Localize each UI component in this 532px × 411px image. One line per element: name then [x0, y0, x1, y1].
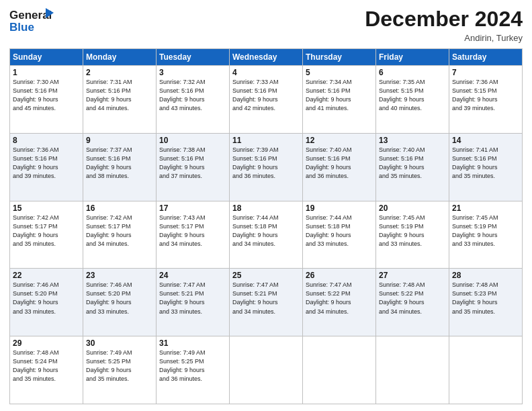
day-info: Sunrise: 7:33 AMSunset: 5:16 PMDaylight:…: [232, 78, 300, 113]
table-row: 18Sunrise: 7:44 AMSunset: 5:18 PMDayligh…: [230, 201, 303, 269]
day-info: Sunrise: 7:48 AMSunset: 5:23 PMDaylight:…: [452, 281, 519, 316]
day-number: 21: [452, 203, 519, 213]
calendar-row: 15Sunrise: 7:42 AMSunset: 5:17 PMDayligh…: [10, 201, 523, 269]
day-number: 2: [86, 68, 153, 77]
day-info: Sunrise: 7:48 AMSunset: 5:22 PMDaylight:…: [379, 281, 446, 316]
day-info: Sunrise: 7:36 AMSunset: 5:16 PMDaylight:…: [13, 146, 80, 181]
day-info: Sunrise: 7:37 AMSunset: 5:16 PMDaylight:…: [86, 146, 153, 181]
table-row: 30Sunrise: 7:49 AMSunset: 5:25 PMDayligh…: [83, 336, 157, 404]
day-number: 25: [232, 271, 300, 280]
day-info: Sunrise: 7:34 AMSunset: 5:16 PMDaylight:…: [306, 78, 373, 113]
table-row: 24Sunrise: 7:47 AMSunset: 5:21 PMDayligh…: [157, 269, 230, 336]
table-row: 26Sunrise: 7:47 AMSunset: 5:22 PMDayligh…: [303, 269, 376, 336]
table-row: 31Sunrise: 7:49 AMSunset: 5:25 PMDayligh…: [157, 336, 230, 404]
day-info: Sunrise: 7:36 AMSunset: 5:15 PMDaylight:…: [452, 78, 519, 113]
day-info: Sunrise: 7:46 AMSunset: 5:20 PMDaylight:…: [13, 281, 80, 316]
day-info: Sunrise: 7:44 AMSunset: 5:18 PMDaylight:…: [306, 214, 373, 248]
day-number: 6: [379, 68, 446, 77]
day-info: Sunrise: 7:45 AMSunset: 5:19 PMDaylight:…: [452, 214, 519, 248]
day-number: 12: [306, 136, 373, 145]
table-row: 17Sunrise: 7:43 AMSunset: 5:17 PMDayligh…: [157, 201, 230, 269]
col-monday: Monday: [83, 49, 157, 66]
calendar-row: 8Sunrise: 7:36 AMSunset: 5:16 PMDaylight…: [10, 133, 523, 201]
day-number: 11: [232, 136, 300, 145]
logo: GeneralBlue: [9, 7, 70, 36]
table-row: [376, 336, 449, 404]
day-number: 1: [13, 68, 80, 77]
day-number: 26: [306, 271, 373, 280]
day-number: 4: [232, 68, 300, 77]
table-row: 20Sunrise: 7:45 AMSunset: 5:19 PMDayligh…: [376, 201, 449, 269]
day-info: Sunrise: 7:44 AMSunset: 5:18 PMDaylight:…: [232, 214, 300, 248]
table-row: 3Sunrise: 7:32 AMSunset: 5:16 PMDaylight…: [157, 66, 230, 134]
title-area: December 2024 Andirin, Turkey: [365, 7, 523, 43]
day-number: 14: [452, 136, 519, 145]
day-info: Sunrise: 7:46 AMSunset: 5:20 PMDaylight:…: [86, 281, 153, 316]
logo-svg: GeneralBlue: [9, 7, 70, 36]
day-info: Sunrise: 7:42 AMSunset: 5:17 PMDaylight:…: [86, 214, 153, 248]
table-row: 25Sunrise: 7:47 AMSunset: 5:21 PMDayligh…: [230, 269, 303, 336]
svg-text:General: General: [9, 9, 52, 21]
day-info: Sunrise: 7:43 AMSunset: 5:17 PMDaylight:…: [159, 214, 226, 248]
day-number: 8: [13, 136, 80, 145]
day-info: Sunrise: 7:42 AMSunset: 5:17 PMDaylight:…: [13, 214, 80, 248]
col-thursday: Thursday: [303, 49, 376, 66]
col-sunday: Sunday: [10, 49, 83, 66]
day-number: 13: [379, 136, 446, 145]
day-number: 23: [86, 271, 153, 280]
svg-text:Blue: Blue: [9, 21, 34, 34]
day-info: Sunrise: 7:45 AMSunset: 5:19 PMDaylight:…: [379, 214, 446, 248]
col-tuesday: Tuesday: [157, 49, 230, 66]
day-info: Sunrise: 7:47 AMSunset: 5:21 PMDaylight:…: [232, 281, 300, 316]
day-number: 29: [13, 338, 80, 348]
day-info: Sunrise: 7:40 AMSunset: 5:16 PMDaylight:…: [379, 146, 446, 181]
table-row: 1Sunrise: 7:30 AMSunset: 5:16 PMDaylight…: [10, 66, 83, 134]
day-number: 19: [306, 203, 373, 213]
calendar-row: 1Sunrise: 7:30 AMSunset: 5:16 PMDaylight…: [10, 66, 523, 134]
header: GeneralBlue December 2024 Andirin, Turke…: [9, 7, 523, 43]
day-number: 17: [159, 203, 226, 213]
day-number: 9: [86, 136, 153, 145]
day-number: 30: [86, 338, 153, 348]
day-number: 3: [159, 68, 226, 77]
day-info: Sunrise: 7:49 AMSunset: 5:25 PMDaylight:…: [86, 349, 153, 383]
day-number: 10: [159, 136, 226, 145]
table-row: 4Sunrise: 7:33 AMSunset: 5:16 PMDaylight…: [230, 66, 303, 134]
table-row: 14Sunrise: 7:41 AMSunset: 5:16 PMDayligh…: [449, 133, 523, 201]
day-number: 16: [86, 203, 153, 213]
month-title: December 2024: [365, 7, 523, 32]
table-row: 11Sunrise: 7:39 AMSunset: 5:16 PMDayligh…: [230, 133, 303, 201]
table-row: 2Sunrise: 7:31 AMSunset: 5:16 PMDaylight…: [83, 66, 157, 134]
day-number: 28: [452, 271, 519, 280]
day-number: 24: [159, 271, 226, 280]
day-info: Sunrise: 7:35 AMSunset: 5:15 PMDaylight:…: [379, 78, 446, 113]
col-saturday: Saturday: [449, 49, 523, 66]
day-info: Sunrise: 7:31 AMSunset: 5:16 PMDaylight:…: [86, 78, 153, 113]
table-row: 19Sunrise: 7:44 AMSunset: 5:18 PMDayligh…: [303, 201, 376, 269]
day-number: 5: [306, 68, 373, 77]
day-number: 20: [379, 203, 446, 213]
table-row: 12Sunrise: 7:40 AMSunset: 5:16 PMDayligh…: [303, 133, 376, 201]
day-info: Sunrise: 7:40 AMSunset: 5:16 PMDaylight:…: [306, 146, 373, 181]
day-info: Sunrise: 7:38 AMSunset: 5:16 PMDaylight:…: [159, 146, 226, 181]
table-row: 21Sunrise: 7:45 AMSunset: 5:19 PMDayligh…: [449, 201, 523, 269]
calendar-header-row: Sunday Monday Tuesday Wednesday Thursday…: [10, 49, 523, 66]
table-row: 23Sunrise: 7:46 AMSunset: 5:20 PMDayligh…: [83, 269, 157, 336]
table-row: 8Sunrise: 7:36 AMSunset: 5:16 PMDaylight…: [10, 133, 83, 201]
day-info: Sunrise: 7:48 AMSunset: 5:24 PMDaylight:…: [13, 349, 80, 383]
logo-area: GeneralBlue: [9, 7, 70, 36]
day-info: Sunrise: 7:39 AMSunset: 5:16 PMDaylight:…: [232, 146, 300, 181]
table-row: 16Sunrise: 7:42 AMSunset: 5:17 PMDayligh…: [83, 201, 157, 269]
table-row: 6Sunrise: 7:35 AMSunset: 5:15 PMDaylight…: [376, 66, 449, 134]
table-row: [449, 336, 523, 404]
day-info: Sunrise: 7:47 AMSunset: 5:21 PMDaylight:…: [159, 281, 226, 316]
day-number: 18: [232, 203, 300, 213]
table-row: [230, 336, 303, 404]
page: GeneralBlue December 2024 Andirin, Turke…: [0, 0, 532, 411]
day-info: Sunrise: 7:32 AMSunset: 5:16 PMDaylight:…: [159, 78, 226, 113]
col-wednesday: Wednesday: [230, 49, 303, 66]
day-info: Sunrise: 7:41 AMSunset: 5:16 PMDaylight:…: [452, 146, 519, 181]
table-row: 7Sunrise: 7:36 AMSunset: 5:15 PMDaylight…: [449, 66, 523, 134]
calendar-body: 1Sunrise: 7:30 AMSunset: 5:16 PMDaylight…: [10, 66, 523, 404]
day-info: Sunrise: 7:47 AMSunset: 5:22 PMDaylight:…: [306, 281, 373, 316]
